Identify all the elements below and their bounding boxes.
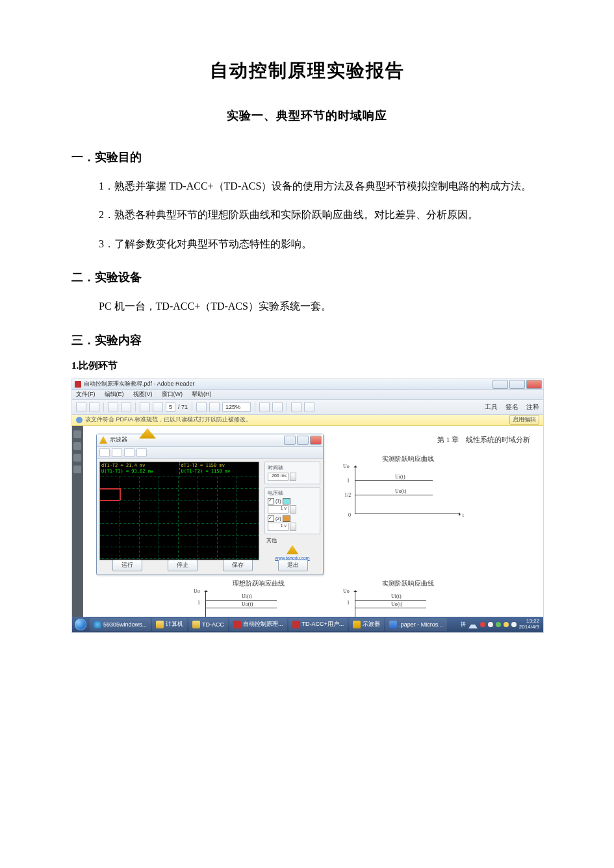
scope-tool-icon[interactable] (124, 448, 134, 457)
sidebar-thumbnails-icon[interactable] (73, 430, 81, 438)
window-buttons (492, 380, 542, 389)
adobe-info-bar: 该文件符合 PDF/A 标准规范，已以只读模式打开以防止被修改。 启用编辑 (72, 415, 543, 426)
taskbar-pdf2[interactable]: TD-ACC+用户... (288, 618, 348, 631)
menu-help[interactable]: 帮助(H) (192, 390, 212, 399)
other-label: 其他 (266, 537, 277, 544)
pdf-icon (233, 621, 241, 628)
zoom-in-icon[interactable] (209, 402, 220, 412)
y-axis-label: Uo (343, 588, 350, 594)
info-icon (76, 417, 83, 423)
pdf-icon (75, 381, 81, 388)
toolbar-sep (287, 403, 287, 412)
spinner-icon[interactable] (290, 473, 296, 481)
print-icon[interactable] (108, 402, 118, 412)
scope-plot[interactable]: dT1-T2 = 21.4 mv U(T1-T3) = 93.62 mv dT1… (99, 462, 259, 560)
taskbar-word[interactable]: .paper - Micros... (385, 618, 447, 631)
scope-tool-icon[interactable] (112, 448, 122, 457)
sidebar-signatures-icon[interactable] (73, 465, 81, 473)
save-button[interactable]: 保存 (223, 560, 253, 571)
tray-expand-icon[interactable] (468, 621, 478, 628)
close-button[interactable] (526, 380, 542, 389)
taskbar-ie[interactable]: 59305windows... (90, 618, 151, 631)
oscilloscope-window: 示波器 (96, 434, 324, 575)
stop-button[interactable]: 停止 (168, 560, 198, 571)
tray-icon[interactable] (496, 622, 501, 627)
sidebar-bookmarks-icon[interactable] (73, 442, 81, 450)
y-axis-label: Uo (194, 588, 200, 594)
sidebar-attachments-icon[interactable] (73, 454, 81, 462)
open-icon[interactable] (76, 402, 86, 412)
link-sign[interactable]: 签名 (505, 403, 518, 412)
scope-tool-icon[interactable] (136, 448, 147, 457)
menu-file[interactable]: 文件(F) (76, 390, 96, 399)
section-3-sub1: 1.比例环节 (71, 360, 543, 372)
run-button[interactable]: 运行 (112, 560, 142, 571)
spinner-icon[interactable] (290, 523, 296, 531)
time-axis-input[interactable]: 200 ms (268, 473, 288, 481)
link-tools[interactable]: 工具 (485, 403, 498, 412)
exit-button[interactable]: 退出 (278, 560, 308, 571)
link-comment[interactable]: 注释 (526, 403, 539, 412)
adobe-toolbar: 5 / 71 125% 工具 签名 注释 (72, 400, 543, 415)
scope-read-1a: dT1-T2 = 21.4 mv (101, 463, 178, 469)
taskbar-scope[interactable]: 示波器 (349, 618, 384, 631)
adobe-body: 示波器 (72, 426, 543, 619)
scope-title-bar: 示波器 (97, 434, 323, 447)
measured-curve-upper: 实测阶跃响应曲线 Uo t 1 1/2 0 Ui(t) Uo(t) (343, 454, 473, 518)
volt-axis-label: 电压轴 (268, 490, 317, 497)
scope-read-1b: dT1-T2 = 1150 mv (181, 463, 258, 469)
page-number-input[interactable]: 5 (166, 403, 175, 412)
mail-icon[interactable] (121, 402, 131, 412)
page-down-icon[interactable] (153, 402, 163, 412)
ch2-volt-input[interactable]: 1 v (268, 523, 288, 531)
taskbar-tdacc-folder[interactable]: TD-ACC (188, 618, 228, 631)
scope-maximize-button[interactable] (297, 436, 309, 445)
enable-edit-button[interactable]: 启用编辑 (509, 415, 539, 425)
menu-window[interactable]: 窗口(W) (162, 390, 183, 399)
zoom-out-icon[interactable] (196, 402, 207, 412)
taskbar-computer[interactable]: 计算机 (152, 618, 187, 631)
ch1-color-swatch[interactable] (283, 498, 290, 504)
tool-icon[interactable] (272, 402, 283, 412)
info-text: 该文件符合 PDF/A 标准规范，已以只读模式打开以防止被修改。 (85, 415, 251, 424)
adobe-right-links: 工具 签名 注释 (485, 403, 539, 412)
scope-minimize-button[interactable] (284, 436, 296, 445)
tool-icon[interactable] (304, 402, 314, 412)
line-label-uo: Uo(t) (242, 601, 253, 607)
start-button[interactable] (72, 617, 89, 632)
spinner-icon[interactable] (290, 505, 296, 514)
save-icon[interactable] (89, 402, 99, 412)
tool-icon[interactable] (291, 402, 301, 412)
tray-icon[interactable] (504, 622, 509, 627)
volume-icon[interactable] (511, 622, 517, 627)
measured-curve-label: 实测阶跃响应曲线 (343, 454, 473, 464)
taskbar-pdf1[interactable]: 自动控制原理... (229, 618, 287, 631)
menu-view[interactable]: 视图(V) (133, 390, 153, 399)
taskbar-clock[interactable]: 13:22 2014/4/9 (519, 619, 539, 630)
line-label-ui: Ui(t) (391, 593, 402, 599)
minimize-button[interactable] (492, 380, 508, 389)
pdf-icon (292, 621, 300, 628)
ie-icon (94, 621, 101, 628)
ime-indicator[interactable]: 拼 (461, 621, 466, 628)
ch2-color-swatch[interactable] (283, 515, 290, 522)
ch1-checkbox[interactable] (268, 498, 274, 504)
zoom-input[interactable]: 125% (222, 403, 251, 412)
tick-1: 1 (347, 600, 350, 606)
ch1-volt-input[interactable]: 1 v (268, 505, 288, 514)
y-axis-label: Uo (343, 464, 350, 469)
tick-1: 1 (198, 600, 200, 606)
tray-icon[interactable] (480, 622, 485, 627)
line-label-ui: Ui(t) (395, 474, 405, 480)
tray-icon[interactable] (488, 622, 493, 627)
section-1-p1: 1．熟悉并掌握 TD-ACC+（TD-ACS）设备的使用方法及各典型环节模拟控制… (99, 177, 543, 196)
scope-close-button[interactable] (310, 436, 322, 445)
tool-icon[interactable] (259, 402, 270, 412)
maximize-button[interactable] (509, 380, 525, 389)
scope-tool-icon[interactable] (99, 448, 110, 457)
menu-edit[interactable]: 编辑(E) (105, 390, 124, 399)
section-3-heading: 三．实验内容 (71, 332, 543, 348)
pdf-document-area[interactable]: 示波器 (83, 426, 543, 619)
ch2-checkbox[interactable] (268, 515, 274, 522)
page-up-icon[interactable] (140, 402, 150, 412)
